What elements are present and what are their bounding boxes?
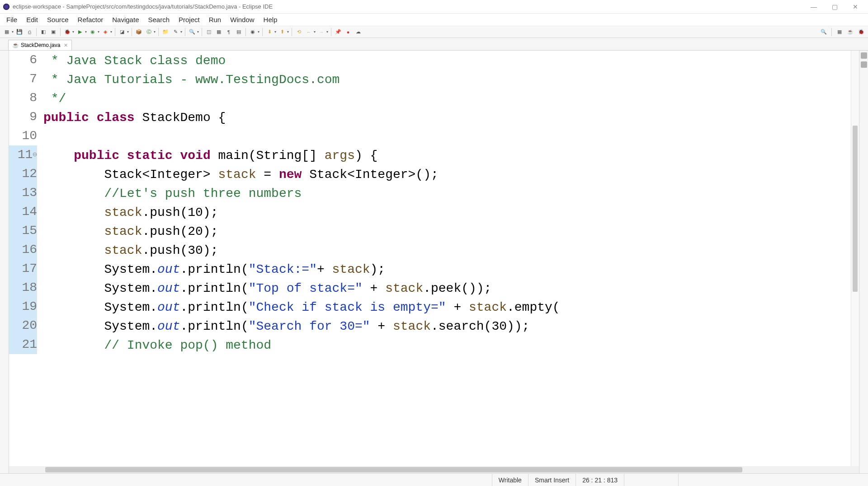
dropdown-icon[interactable]: ▾ — [12, 30, 14, 34]
close-icon[interactable]: ✕ — [64, 42, 68, 48]
vertical-scrollbar-thumb[interactable] — [853, 126, 858, 292]
debug-icon[interactable]: 🐞 — [63, 28, 71, 36]
external-tools-icon[interactable]: ◈ — [101, 28, 109, 36]
overview-ruler[interactable] — [851, 51, 859, 466]
restore-view-icon[interactable] — [861, 61, 867, 68]
dropdown-icon[interactable]: ▾ — [326, 30, 328, 34]
next-annotation-icon[interactable]: ⬇ — [265, 28, 274, 36]
status-spacer — [624, 474, 678, 486]
terminal-icon[interactable]: ▣ — [49, 28, 57, 36]
dropdown-icon[interactable]: ▾ — [287, 30, 289, 34]
eclipse-icon — [3, 3, 10, 10]
toggle-mark-icon[interactable]: ◫ — [205, 28, 213, 36]
prev-annotation-icon[interactable]: ⬆ — [278, 28, 286, 36]
horizontal-scrollbar[interactable] — [9, 466, 859, 473]
dropdown-icon[interactable]: ▾ — [274, 30, 276, 34]
right-trim — [859, 51, 868, 473]
new-package-icon[interactable]: 📦 — [135, 28, 143, 36]
save-all-icon[interactable]: ⎙ — [25, 28, 33, 36]
dropdown-icon[interactable]: ▾ — [110, 30, 112, 34]
open-task-icon[interactable]: 📁 — [161, 28, 170, 36]
java-perspective-icon[interactable]: ☕ — [846, 28, 854, 36]
dropdown-icon[interactable]: ▾ — [154, 30, 156, 34]
dropdown-icon[interactable]: ▾ — [180, 30, 182, 34]
pin-icon[interactable]: 📌 — [334, 28, 342, 36]
last-edit-icon[interactable]: ⟲ — [295, 28, 303, 36]
save-icon[interactable]: 💾 — [15, 28, 24, 36]
new-java-project-icon[interactable]: ◪ — [118, 28, 126, 36]
menu-edit[interactable]: Edit — [22, 14, 42, 25]
status-cursor-position: 26 : 21 : 813 — [576, 474, 624, 486]
horizontal-scrollbar-thumb[interactable] — [45, 467, 742, 472]
status-writable[interactable]: Writable — [492, 474, 528, 486]
minimize-button[interactable]: — — [807, 3, 820, 10]
status-trim — [678, 474, 868, 486]
debug-perspective-icon[interactable]: 🐞 — [857, 28, 865, 36]
toolbar: ▦▾ 💾 ⎙ ◧ ▣ 🐞▾ ▶▾ ◉▾ ◈▾ ◪▾ 📦 Ⓒ▾ 📁 ✎▾ 🔍▾ ◫… — [0, 26, 868, 38]
menubar: File Edit Source Refactor Navigate Searc… — [0, 14, 868, 26]
editor-tabs: ☕ StackDemo.java ✕ — [0, 38, 868, 51]
dropdown-icon[interactable]: ▾ — [314, 30, 316, 34]
dropdown-icon[interactable]: ▾ — [258, 30, 259, 34]
dropdown-icon[interactable]: ▾ — [72, 30, 74, 34]
cloud-icon[interactable]: ☁ — [354, 28, 362, 36]
close-button[interactable]: ✕ — [849, 3, 862, 10]
minimize-view-icon[interactable] — [861, 52, 867, 59]
java-file-icon: ☕ — [12, 42, 19, 48]
editor-area[interactable]: 67891011⊖12131415161718192021 * Java Sta… — [9, 51, 859, 473]
window-title: eclipse-workspace - SampleProject/src/co… — [13, 3, 807, 10]
new-class-icon[interactable]: Ⓒ — [145, 28, 153, 36]
menu-window[interactable]: Window — [226, 14, 259, 25]
open-type-icon[interactable]: ◧ — [39, 28, 47, 36]
editor-wrap: 67891011⊖12131415161718192021 * Java Sta… — [0, 51, 868, 473]
maximize-button[interactable]: ▢ — [828, 3, 841, 10]
toggle-block-icon[interactable]: ▦ — [215, 28, 223, 36]
stop-icon[interactable]: ● — [344, 28, 352, 36]
statusbar: Writable Smart Insert 26 : 21 : 813 — [0, 473, 868, 486]
dropdown-icon[interactable]: ▾ — [98, 30, 99, 34]
edit-icon[interactable]: ✎ — [171, 28, 179, 36]
dropdown-icon[interactable]: ▾ — [85, 30, 87, 34]
menu-file[interactable]: File — [2, 14, 22, 25]
menu-source[interactable]: Source — [42, 14, 73, 25]
menu-run[interactable]: Run — [204, 14, 226, 25]
menu-project[interactable]: Project — [174, 14, 204, 25]
code-mining-icon[interactable]: ▤ — [235, 28, 243, 36]
editor-tab-stackdemo[interactable]: ☕ StackDemo.java ✕ — [8, 40, 72, 50]
forward-icon[interactable]: → — [317, 28, 326, 36]
window-controls: — ▢ ✕ — [807, 3, 865, 10]
menu-help[interactable]: Help — [259, 14, 282, 25]
dropdown-icon[interactable]: ▾ — [197, 30, 199, 34]
search-icon[interactable]: 🔍 — [188, 28, 196, 36]
coverage-icon[interactable]: ◉ — [89, 28, 97, 36]
open-perspective-icon[interactable]: ▦ — [835, 28, 844, 36]
status-insert-mode[interactable]: Smart Insert — [528, 474, 576, 486]
run-icon[interactable]: ▶ — [76, 28, 84, 36]
tab-label: StackDemo.java — [21, 42, 60, 48]
left-trim — [0, 51, 9, 473]
new-icon[interactable]: ▦ — [3, 28, 11, 36]
menu-navigate[interactable]: Navigate — [108, 14, 143, 25]
dropdown-icon[interactable]: ▾ — [127, 30, 129, 34]
show-whitespace-icon[interactable]: ¶ — [225, 28, 233, 36]
back-icon[interactable]: ← — [305, 28, 313, 36]
quick-access-icon[interactable]: 🔍 — [820, 28, 828, 36]
annotation-icon[interactable]: ◉ — [249, 28, 257, 36]
titlebar: eclipse-workspace - SampleProject/src/co… — [0, 0, 868, 14]
menu-search[interactable]: Search — [143, 14, 174, 25]
source-code[interactable]: * Java Stack class demo * Java Tutorials… — [41, 51, 851, 466]
line-number-gutter[interactable]: 67891011⊖12131415161718192021 — [9, 51, 41, 466]
menu-refactor[interactable]: Refactor — [73, 14, 108, 25]
